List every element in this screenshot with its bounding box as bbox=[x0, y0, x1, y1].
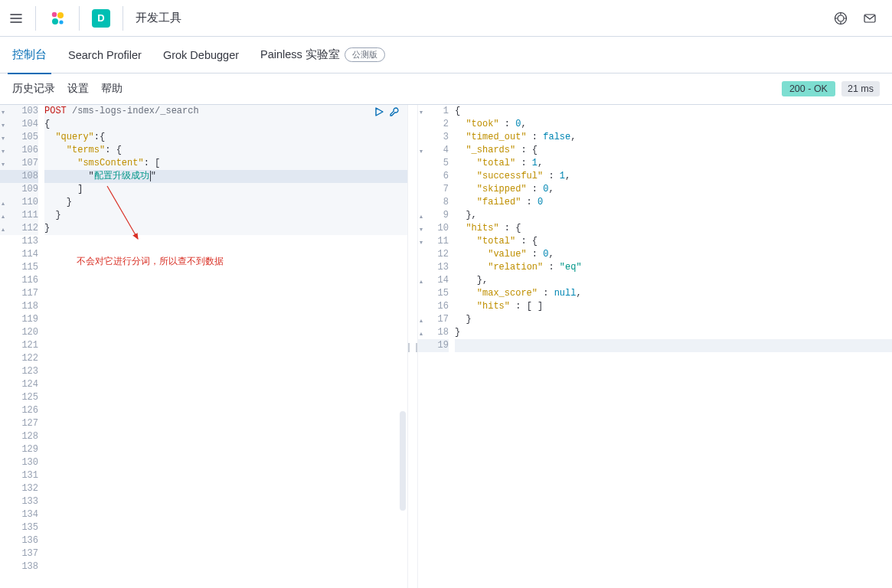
response-code: { "took" : 0, "timed_out" : false, "_sha… bbox=[455, 105, 892, 588]
request-actions bbox=[374, 106, 400, 122]
request-code[interactable]: POST /sms-logs-index/_search{ "query":{ … bbox=[44, 105, 407, 588]
tab-grok-debugger[interactable]: Grok Debugger bbox=[163, 37, 239, 74]
mail-icon[interactable] bbox=[863, 11, 877, 25]
app-header: D 开发工具 bbox=[0, 0, 892, 37]
menu-icon[interactable] bbox=[9, 11, 23, 25]
annotation-text: 不会对它进行分词，所以查不到数据 bbox=[77, 255, 224, 268]
wrench-icon[interactable] bbox=[389, 106, 400, 122]
pane-splitter[interactable]: ❘❘ bbox=[407, 105, 418, 588]
elastic-logo-icon[interactable] bbox=[48, 9, 67, 28]
console-toolbar: 历史记录 设置 帮助 200 - OK 21 ms bbox=[0, 74, 892, 104]
help-link[interactable]: 帮助 bbox=[101, 82, 123, 96]
play-icon[interactable] bbox=[374, 106, 384, 122]
svg-point-2 bbox=[52, 18, 58, 24]
settings-link[interactable]: 设置 bbox=[67, 82, 89, 96]
history-link[interactable]: 历史记录 bbox=[12, 82, 55, 96]
svg-point-3 bbox=[59, 20, 63, 24]
editor-split: 103▾104▾105▾106▾107▾108109110▴111▴112▴11… bbox=[0, 104, 892, 588]
response-viewer[interactable]: 1▾234▾56789▴10▾11▾121314▴151617▴18▴19 { … bbox=[418, 105, 892, 588]
scrollbar-vertical[interactable] bbox=[400, 411, 406, 511]
svg-point-0 bbox=[52, 11, 57, 16]
toolbar-left: 历史记录 设置 帮助 bbox=[12, 82, 123, 96]
request-gutter: 103▾104▾105▾106▾107▾108109110▴111▴112▴11… bbox=[0, 105, 44, 588]
tab-label: Painless 实验室 bbox=[260, 47, 340, 62]
status-badge: 200 - OK bbox=[782, 81, 835, 96]
header-right bbox=[834, 11, 883, 25]
tab-search-profiler[interactable]: Search Profiler bbox=[68, 37, 142, 74]
help-icon[interactable] bbox=[834, 11, 848, 25]
toolbar-right: 200 - OK 21 ms bbox=[782, 81, 880, 96]
time-badge: 21 ms bbox=[841, 81, 880, 96]
breadcrumb-text: 开发工具 bbox=[136, 11, 181, 25]
request-editor[interactable]: 103▾104▾105▾106▾107▾108109110▴111▴112▴11… bbox=[0, 105, 407, 588]
svg-point-5 bbox=[838, 15, 844, 21]
separator bbox=[35, 6, 36, 31]
tab-bar: 控制台 Search Profiler Grok Debugger Painle… bbox=[0, 37, 892, 74]
separator bbox=[79, 6, 80, 31]
response-gutter: 1▾234▾56789▴10▾11▾121314▴151617▴18▴19 bbox=[418, 105, 455, 588]
header-left: D 开发工具 bbox=[9, 6, 181, 31]
tab-painless-lab[interactable]: Painless 实验室 公测版 bbox=[260, 37, 385, 74]
tab-console[interactable]: 控制台 bbox=[12, 37, 47, 74]
beta-badge: 公测版 bbox=[345, 47, 385, 62]
separator bbox=[123, 6, 123, 31]
svg-point-1 bbox=[57, 12, 64, 18]
breadcrumb-app-icon[interactable]: D bbox=[92, 9, 110, 28]
